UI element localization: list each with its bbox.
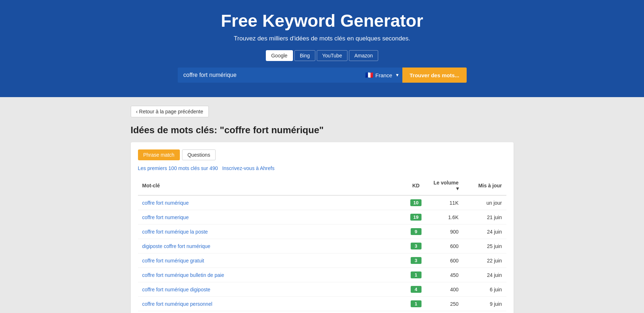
chevron-down-icon: ▼ <box>395 73 399 78</box>
cell-updated: 6 juin <box>463 282 506 297</box>
cell-updated: 9 juin <box>463 297 506 311</box>
kd-badge: 19 <box>410 214 421 221</box>
country-label: France <box>375 72 392 78</box>
cell-volume: 11K <box>427 195 463 210</box>
main-content: ‹ Retour à la page précédente Idées de m… <box>124 97 521 313</box>
filter-phrase-match[interactable]: Phrase match <box>138 149 180 160</box>
cell-keyword[interactable]: coffre fort numérique digiposte <box>138 282 405 297</box>
table-header-row: Mot-clé KD Le volume ▾ Mis à jour <box>138 176 506 195</box>
country-flag: 🇫🇷 <box>360 71 373 79</box>
cell-kd: 1 <box>405 297 427 311</box>
cell-kd: 10 <box>405 195 427 210</box>
col-keyword: Mot-clé <box>138 176 405 195</box>
cell-updated: 21 juin <box>463 210 506 225</box>
cell-keyword[interactable]: coffre fort numérique la poste <box>138 225 405 239</box>
cell-volume: 1.6K <box>427 210 463 225</box>
cell-keyword[interactable]: digiposte coffre fort numérique <box>138 239 405 253</box>
cell-volume: 600 <box>427 253 463 268</box>
cell-keyword[interactable]: coffre fort numérique <box>138 195 405 210</box>
results-card: Phrase match Questions Les premiers 100 … <box>131 142 514 313</box>
cell-keyword[interactable]: mon coffre fort numérique <box>138 311 405 313</box>
table-row: coffre fort numérique digiposte44006 jui… <box>138 282 506 297</box>
tab-bing[interactable]: Bing <box>294 50 315 61</box>
cell-updated: 22 juin <box>463 253 506 268</box>
table-row: digiposte coffre fort numérique360025 ju… <box>138 239 506 253</box>
cell-volume: 400 <box>427 282 463 297</box>
search-input[interactable] <box>178 68 360 83</box>
cell-kd: 9 <box>405 225 427 239</box>
cell-kd: 3 <box>405 239 427 253</box>
cell-volume: 200 <box>427 311 463 313</box>
tab-amazon[interactable]: Amazon <box>349 50 378 61</box>
cell-updated: 24 juin <box>463 225 506 239</box>
back-button[interactable]: ‹ Retour à la page précédente <box>131 106 209 117</box>
search-bar: 🇫🇷 France ▼ Trouver des mots... <box>178 68 467 83</box>
cell-kd: 4 <box>405 282 427 297</box>
filter-tabs: Phrase match Questions <box>138 149 506 160</box>
cell-updated: 24 juin <box>463 268 506 282</box>
tab-youtube[interactable]: YouTube <box>317 50 347 61</box>
cell-keyword[interactable]: coffre fort numérique personnel <box>138 297 405 311</box>
cell-volume: 600 <box>427 239 463 253</box>
site-subtitle: Trouvez des milliers d'idées de mots clé… <box>0 35 644 42</box>
country-selector[interactable]: 🇫🇷 France ▼ <box>360 68 402 83</box>
table-row: coffre fort numérique1011Kun jour <box>138 195 506 210</box>
kd-badge: 10 <box>410 199 421 206</box>
kd-badge: 1 <box>411 300 422 307</box>
table-row: coffre fort numerique191.6K21 juin <box>138 210 506 225</box>
cell-updated: un jour <box>463 195 506 210</box>
cell-keyword[interactable]: coffre fort numerique <box>138 210 405 225</box>
cell-volume: 450 <box>427 268 463 282</box>
table-row: coffre fort numérique personnel12509 jui… <box>138 297 506 311</box>
cell-kd: 19 <box>405 210 427 225</box>
filter-questions[interactable]: Questions <box>182 149 216 160</box>
keywords-table: Mot-clé KD Le volume ▾ Mis à jour coffre… <box>138 176 506 313</box>
tab-google[interactable]: Google <box>266 50 293 61</box>
table-row: coffre fort numérique bulletin de paie14… <box>138 268 506 282</box>
kd-badge: 3 <box>411 257 422 264</box>
cell-keyword[interactable]: coffre fort numérique gratuit <box>138 253 405 268</box>
page-title: Idées de mots clés: "coffre fort numériq… <box>131 125 514 136</box>
cell-kd: 3 <box>405 253 427 268</box>
cell-volume: 900 <box>427 225 463 239</box>
header: Free Keyword Generator Trouvez des milli… <box>0 0 644 97</box>
cell-keyword[interactable]: coffre fort numérique bulletin de paie <box>138 268 405 282</box>
table-row: mon coffre fort numérique212003 juin <box>138 311 506 313</box>
table-row: coffre fort numérique gratuit360022 juin <box>138 253 506 268</box>
col-volume[interactable]: Le volume ▾ <box>427 176 463 195</box>
cell-kd: 21 <box>405 311 427 313</box>
site-title: Free Keyword Generator <box>0 11 644 31</box>
count-text: Les premiers 100 mots clés sur 490 <box>138 165 218 171</box>
col-kd: KD <box>405 176 427 195</box>
search-button[interactable]: Trouver des mots... <box>402 68 467 83</box>
cell-updated: 3 juin <box>463 311 506 313</box>
kd-badge: 1 <box>411 271 422 278</box>
signup-link[interactable]: Inscrivez-vous à Ahrefs <box>222 165 275 171</box>
kd-badge: 9 <box>411 228 422 235</box>
info-bar: Les premiers 100 mots clés sur 490 Inscr… <box>138 165 506 171</box>
table-row: coffre fort numérique la poste990024 jui… <box>138 225 506 239</box>
kd-badge: 4 <box>411 286 422 293</box>
col-updated: Mis à jour <box>463 176 506 195</box>
kd-badge: 3 <box>411 243 422 249</box>
engine-tabs: Google Bing YouTube Amazon <box>0 50 644 61</box>
cell-updated: 25 juin <box>463 239 506 253</box>
cell-kd: 1 <box>405 268 427 282</box>
cell-volume: 250 <box>427 297 463 311</box>
